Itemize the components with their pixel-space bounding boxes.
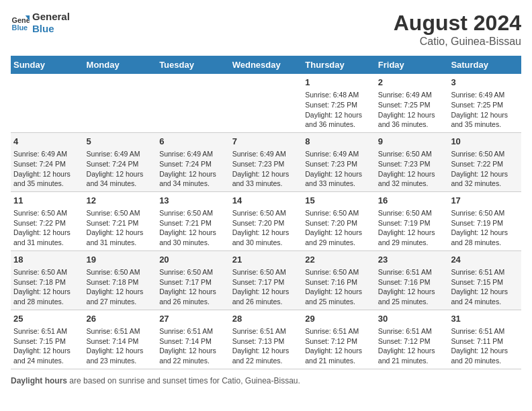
day-number: 28 <box>232 313 300 325</box>
day-cell <box>157 74 230 132</box>
day-info: Sunrise: 6:50 AMSunset: 7:20 PMDaylight:… <box>232 208 300 248</box>
day-number: 29 <box>305 313 373 325</box>
day-info: Sunrise: 6:50 AMSunset: 7:23 PMDaylight:… <box>378 149 446 189</box>
day-info: Sunrise: 6:50 AMSunset: 7:16 PMDaylight:… <box>305 267 373 307</box>
footer: Daylight hours are based on sunrise and … <box>11 376 521 385</box>
day-info: Sunrise: 6:50 AMSunset: 7:19 PMDaylight:… <box>378 208 446 248</box>
day-cell: 27Sunrise: 6:51 AMSunset: 7:14 PMDayligh… <box>157 310 230 369</box>
day-info: Sunrise: 6:50 AMSunset: 7:17 PMDaylight:… <box>159 267 227 307</box>
footer-text: are based on sunrise and sunset times fo… <box>67 376 300 385</box>
day-cell: 12Sunrise: 6:50 AMSunset: 7:21 PMDayligh… <box>84 191 157 250</box>
day-cell: 2Sunrise: 6:49 AMSunset: 7:25 PMDaylight… <box>375 74 449 132</box>
day-number: 11 <box>13 195 81 207</box>
week-row-4: 18Sunrise: 6:50 AMSunset: 7:18 PMDayligh… <box>11 250 521 310</box>
day-number: 9 <box>378 136 446 148</box>
footer-label: Daylight hours <box>11 376 67 385</box>
day-cell: 4Sunrise: 6:49 AMSunset: 7:24 PMDaylight… <box>11 132 84 191</box>
day-cell: 24Sunrise: 6:51 AMSunset: 7:15 PMDayligh… <box>448 250 521 310</box>
day-number: 16 <box>378 195 446 207</box>
day-cell: 30Sunrise: 6:51 AMSunset: 7:12 PMDayligh… <box>375 310 449 369</box>
logo-icon: General Blue <box>11 13 30 32</box>
day-cell: 26Sunrise: 6:51 AMSunset: 7:14 PMDayligh… <box>84 310 157 369</box>
day-cell: 17Sunrise: 6:50 AMSunset: 7:19 PMDayligh… <box>448 191 521 250</box>
day-cell: 23Sunrise: 6:51 AMSunset: 7:16 PMDayligh… <box>375 250 449 310</box>
day-info: Sunrise: 6:51 AMSunset: 7:13 PMDaylight:… <box>232 326 300 366</box>
day-info: Sunrise: 6:51 AMSunset: 7:16 PMDaylight:… <box>378 267 446 307</box>
main-title: August 2024 <box>394 11 521 36</box>
day-cell: 6Sunrise: 6:49 AMSunset: 7:24 PMDaylight… <box>157 132 230 191</box>
day-info: Sunrise: 6:50 AMSunset: 7:22 PMDaylight:… <box>451 149 519 189</box>
day-cell: 28Sunrise: 6:51 AMSunset: 7:13 PMDayligh… <box>230 310 303 369</box>
day-number: 25 <box>13 313 81 325</box>
day-info: Sunrise: 6:51 AMSunset: 7:12 PMDaylight:… <box>378 326 446 366</box>
day-number: 7 <box>232 136 300 148</box>
day-cell: 19Sunrise: 6:50 AMSunset: 7:18 PMDayligh… <box>84 250 157 310</box>
day-cell: 7Sunrise: 6:49 AMSunset: 7:23 PMDaylight… <box>230 132 303 191</box>
header-cell-sunday: Sunday <box>11 56 84 74</box>
header-cell-wednesday: Wednesday <box>230 56 303 74</box>
calendar-table: SundayMondayTuesdayWednesdayThursdayFrid… <box>11 56 521 369</box>
day-cell: 21Sunrise: 6:50 AMSunset: 7:17 PMDayligh… <box>230 250 303 310</box>
day-cell: 1Sunrise: 6:48 AMSunset: 7:25 PMDaylight… <box>302 74 375 132</box>
header-cell-thursday: Thursday <box>302 56 375 74</box>
day-number: 24 <box>451 254 519 266</box>
day-info: Sunrise: 6:50 AMSunset: 7:18 PMDaylight:… <box>13 267 81 307</box>
day-info: Sunrise: 6:49 AMSunset: 7:24 PMDaylight:… <box>159 149 227 189</box>
header-cell-monday: Monday <box>84 56 157 74</box>
day-number: 15 <box>305 195 373 207</box>
day-cell: 20Sunrise: 6:50 AMSunset: 7:17 PMDayligh… <box>157 250 230 310</box>
header-row: SundayMondayTuesdayWednesdayThursdayFrid… <box>11 56 521 74</box>
day-info: Sunrise: 6:51 AMSunset: 7:15 PMDaylight:… <box>451 267 519 307</box>
day-cell: 22Sunrise: 6:50 AMSunset: 7:16 PMDayligh… <box>302 250 375 310</box>
day-info: Sunrise: 6:50 AMSunset: 7:20 PMDaylight:… <box>305 208 373 248</box>
day-number: 31 <box>451 313 519 325</box>
day-number: 14 <box>232 195 300 207</box>
day-cell: 11Sunrise: 6:50 AMSunset: 7:22 PMDayligh… <box>11 191 84 250</box>
week-row-3: 11Sunrise: 6:50 AMSunset: 7:22 PMDayligh… <box>11 191 521 250</box>
day-info: Sunrise: 6:49 AMSunset: 7:23 PMDaylight:… <box>305 149 373 189</box>
day-number: 18 <box>13 254 81 266</box>
day-cell: 31Sunrise: 6:51 AMSunset: 7:11 PMDayligh… <box>448 310 521 369</box>
day-info: Sunrise: 6:49 AMSunset: 7:24 PMDaylight:… <box>13 149 81 189</box>
day-info: Sunrise: 6:49 AMSunset: 7:24 PMDaylight:… <box>87 149 154 189</box>
day-info: Sunrise: 6:51 AMSunset: 7:12 PMDaylight:… <box>305 326 373 366</box>
day-cell: 18Sunrise: 6:50 AMSunset: 7:18 PMDayligh… <box>11 250 84 310</box>
logo-line2: Blue <box>32 23 70 35</box>
day-number: 26 <box>87 313 154 325</box>
day-cell: 29Sunrise: 6:51 AMSunset: 7:12 PMDayligh… <box>302 310 375 369</box>
day-cell <box>230 74 303 132</box>
day-cell <box>11 74 84 132</box>
day-info: Sunrise: 6:51 AMSunset: 7:14 PMDaylight:… <box>159 326 227 366</box>
day-info: Sunrise: 6:50 AMSunset: 7:21 PMDaylight:… <box>159 208 227 248</box>
day-info: Sunrise: 6:50 AMSunset: 7:21 PMDaylight:… <box>87 208 154 248</box>
day-number: 10 <box>451 136 519 148</box>
header-cell-friday: Friday <box>375 56 449 74</box>
title-block: August 2024 Catio, Guinea-Bissau <box>394 11 521 48</box>
day-cell: 8Sunrise: 6:49 AMSunset: 7:23 PMDaylight… <box>302 132 375 191</box>
logo-line1: General <box>32 11 70 23</box>
week-row-5: 25Sunrise: 6:51 AMSunset: 7:15 PMDayligh… <box>11 310 521 369</box>
day-number: 22 <box>305 254 373 266</box>
day-info: Sunrise: 6:51 AMSunset: 7:11 PMDaylight:… <box>451 326 519 366</box>
day-number: 30 <box>378 313 446 325</box>
day-cell: 14Sunrise: 6:50 AMSunset: 7:20 PMDayligh… <box>230 191 303 250</box>
logo: General Blue General Blue <box>11 11 70 35</box>
day-number: 8 <box>305 136 373 148</box>
day-number: 19 <box>87 254 154 266</box>
day-info: Sunrise: 6:50 AMSunset: 7:18 PMDaylight:… <box>87 267 154 307</box>
day-cell: 10Sunrise: 6:50 AMSunset: 7:22 PMDayligh… <box>448 132 521 191</box>
day-number: 3 <box>451 77 519 89</box>
day-info: Sunrise: 6:49 AMSunset: 7:25 PMDaylight:… <box>451 90 519 130</box>
day-cell: 5Sunrise: 6:49 AMSunset: 7:24 PMDaylight… <box>84 132 157 191</box>
day-number: 2 <box>378 77 446 89</box>
day-number: 6 <box>159 136 227 148</box>
day-number: 12 <box>87 195 154 207</box>
day-cell: 25Sunrise: 6:51 AMSunset: 7:15 PMDayligh… <box>11 310 84 369</box>
day-number: 13 <box>159 195 227 207</box>
day-info: Sunrise: 6:50 AMSunset: 7:22 PMDaylight:… <box>13 208 81 248</box>
day-number: 27 <box>159 313 227 325</box>
day-cell: 9Sunrise: 6:50 AMSunset: 7:23 PMDaylight… <box>375 132 449 191</box>
day-cell: 3Sunrise: 6:49 AMSunset: 7:25 PMDaylight… <box>448 74 521 132</box>
day-number: 5 <box>87 136 154 148</box>
subtitle: Catio, Guinea-Bissau <box>394 36 521 48</box>
